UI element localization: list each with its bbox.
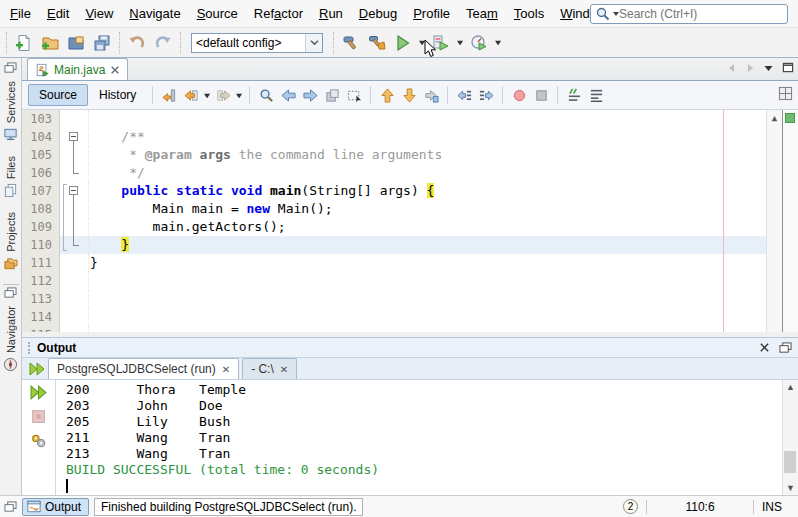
combobox-dropdown-icon[interactable] [305, 34, 322, 52]
find-previous-button[interactable] [277, 84, 299, 106]
find-next-button[interactable] [299, 84, 321, 106]
undo-button[interactable] [124, 31, 150, 55]
new-file-button[interactable] [11, 31, 37, 55]
shift-right-button[interactable] [475, 84, 497, 106]
view-button-history[interactable]: History [88, 84, 147, 106]
profile-project-button[interactable] [466, 31, 492, 55]
shift-left-button[interactable] [453, 84, 475, 106]
tab-main-java[interactable]: Main.java [27, 58, 128, 80]
code-line-107[interactable]: 107 public static void main(String[] arg… [22, 182, 798, 200]
tab-close-icon[interactable] [110, 65, 120, 75]
fold-margin[interactable] [60, 236, 88, 254]
float-window-icon[interactable] [779, 342, 792, 354]
new-project-button[interactable] [37, 31, 63, 55]
code-line-text[interactable]: } [88, 236, 798, 254]
menu-source[interactable]: Source [189, 1, 246, 26]
code-line-106[interactable]: 106 */ [22, 164, 798, 182]
stop-build-button[interactable] [30, 408, 47, 425]
fold-collapse-icon[interactable] [69, 186, 78, 195]
code-line-111[interactable]: 111} [22, 254, 798, 272]
code-line-108[interactable]: 108 Main main = new Main(); [22, 200, 798, 218]
editor-vertical-scrollbar[interactable]: ▲ [766, 110, 782, 332]
output-close-icon[interactable] [759, 342, 770, 353]
code-line-115[interactable]: 115 [22, 326, 798, 332]
code-line-114[interactable]: 114 [22, 308, 798, 326]
build-project-button[interactable] [338, 31, 364, 55]
menu-debug[interactable]: Debug [351, 1, 405, 26]
code-line-text[interactable] [88, 110, 798, 128]
code-line-text[interactable] [88, 308, 798, 326]
toggle-bookmark-button[interactable] [420, 84, 442, 106]
stop-macro-recording-button[interactable] [530, 84, 552, 106]
tab-scroll-right-icon[interactable] [745, 63, 755, 73]
code-editor[interactable]: ▲ 103104 /**105 * @param args the comman… [22, 110, 798, 332]
code-line-text[interactable]: /** [88, 128, 798, 146]
tab-list-dropdown-icon[interactable] [763, 63, 774, 73]
code-line-text[interactable] [88, 326, 798, 332]
sidebar-item-navigator[interactable]: Navigator [3, 306, 18, 372]
save-all-button[interactable] [89, 31, 115, 55]
menu-run[interactable]: Run [311, 1, 351, 26]
fold-margin[interactable] [60, 164, 88, 182]
menu-navigate[interactable]: Navigate [121, 1, 188, 26]
jump-forward-button[interactable] [212, 84, 234, 106]
output-tab-close-icon[interactable]: ✕ [280, 364, 288, 375]
maximize-window-icon[interactable] [782, 62, 794, 73]
code-line-text[interactable]: main.getActors(); [88, 218, 798, 236]
output-tab-0[interactable]: PostgreSQLJDBCSelect (run)✕ [48, 358, 239, 379]
fold-margin[interactable] [60, 110, 88, 128]
notifications-badge[interactable]: 2 [623, 499, 638, 514]
jump-back-button[interactable] [180, 84, 202, 106]
code-line-text[interactable]: public static void main(String[] args) { [88, 182, 798, 200]
menu-refactor[interactable]: Refactor [246, 1, 311, 26]
code-line-103[interactable]: 103 [22, 110, 798, 128]
start-macro-recording-button[interactable] [508, 84, 530, 106]
fold-margin[interactable] [60, 182, 88, 200]
fold-margin[interactable] [60, 326, 88, 332]
open-project-button[interactable] [63, 31, 89, 55]
toggle-highlight-search-button[interactable] [321, 84, 343, 106]
last-edit-location-button[interactable] [158, 84, 180, 106]
rectangular-selection-button[interactable] [343, 84, 365, 106]
next-bookmark-button[interactable] [398, 84, 420, 106]
search-input[interactable] [619, 7, 783, 21]
menu-profile[interactable]: Profile [405, 1, 458, 26]
run-project-button[interactable] [390, 31, 416, 55]
menu-team[interactable]: Team [458, 1, 506, 26]
fold-margin[interactable] [60, 254, 88, 272]
menu-tools[interactable]: Tools [506, 1, 552, 26]
jump-back-menu-icon[interactable] [202, 92, 212, 99]
code-line-text[interactable]: } [88, 254, 798, 272]
console-output[interactable]: 200 Thora Temple203 John Doe205 Lily Bus… [56, 380, 798, 495]
code-line-113[interactable]: 113 [22, 290, 798, 308]
code-line-109[interactable]: 109 main.getActors(); [22, 218, 798, 236]
output-drag-grip[interactable] [28, 342, 32, 354]
statusbar-output-button[interactable]: Output [22, 498, 89, 516]
config-combobox[interactable]: <default config> [191, 33, 323, 53]
fold-margin[interactable] [60, 146, 88, 164]
debug-project-dropdown-icon[interactable] [454, 31, 466, 55]
code-line-text[interactable] [88, 290, 798, 308]
output-scrollbar-thumb[interactable] [784, 451, 796, 473]
uncomment-lines-button[interactable] [585, 84, 607, 106]
fold-collapse-icon[interactable] [69, 132, 78, 141]
sidebar-item-projects[interactable]: Projects [3, 212, 18, 271]
menu-view[interactable]: View [77, 1, 121, 26]
tab-scroll-left-icon[interactable] [727, 63, 737, 73]
menu-edit[interactable]: Edit [39, 1, 77, 26]
previous-bookmark-button[interactable] [376, 84, 398, 106]
code-line-112[interactable]: 112 [22, 272, 798, 290]
split-window-icon[interactable] [778, 86, 793, 101]
ant-settings-button[interactable] [30, 432, 47, 449]
run-project-dropdown-icon[interactable] [416, 31, 428, 55]
code-line-105[interactable]: 105 * @param args the command line argum… [22, 146, 798, 164]
fold-margin[interactable] [60, 128, 88, 146]
fold-margin[interactable] [60, 290, 88, 308]
debug-project-button[interactable] [428, 31, 454, 55]
code-line-text[interactable]: Main main = new Main(); [88, 200, 798, 218]
rerun-button[interactable] [30, 384, 47, 401]
fold-margin[interactable] [60, 200, 88, 218]
fold-margin[interactable] [60, 308, 88, 326]
code-line-110[interactable]: 110 } [22, 236, 798, 254]
fold-margin[interactable] [60, 272, 88, 290]
